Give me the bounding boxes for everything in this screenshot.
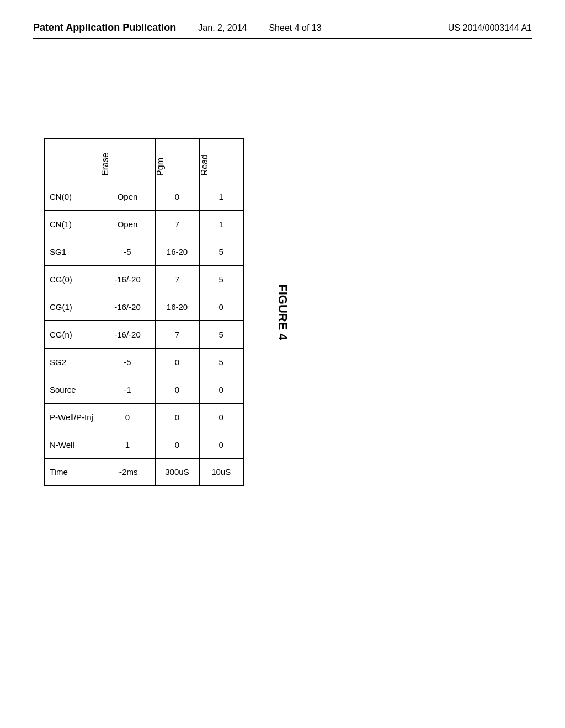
table-row: N-Well100: [45, 431, 243, 458]
cell-label: CN(0): [45, 183, 100, 210]
cell-read: 5: [199, 348, 243, 376]
cell-read: 10uS: [199, 458, 243, 486]
cell-erase: -1: [100, 376, 155, 403]
cell-label: Source: [45, 376, 100, 403]
figure-label: FIGURE 4: [275, 284, 289, 340]
cell-read: 0: [199, 431, 243, 458]
cell-erase: Open: [100, 183, 155, 210]
patent-number: US 2014/0003144 A1: [448, 23, 532, 33]
col-header-label: [45, 138, 100, 183]
cell-pgm: 0: [155, 431, 199, 458]
cell-label: CG(0): [45, 265, 100, 293]
cell-label: Time: [45, 458, 100, 486]
cell-erase: 0: [100, 403, 155, 431]
cell-pgm: 0: [155, 183, 199, 210]
cell-pgm: 0: [155, 348, 199, 376]
cell-erase: -5: [100, 348, 155, 376]
main-content: Erase Pgm Read CN(0)Open01CN(1)Open71SG1…: [0, 39, 565, 486]
cell-erase: -5: [100, 238, 155, 265]
cell-read: 5: [199, 320, 243, 348]
col-header-read: Read: [199, 138, 243, 183]
table-row: CG(n)-16/-2075: [45, 320, 243, 348]
cell-erase: -16/-20: [100, 293, 155, 320]
cell-pgm: 300uS: [155, 458, 199, 486]
cell-erase: -16/-20: [100, 265, 155, 293]
table-row: CG(1)-16/-2016-200: [45, 293, 243, 320]
table-row: Time~2ms300uS10uS: [45, 458, 243, 486]
cell-pgm: 7: [155, 265, 199, 293]
cell-label: CG(n): [45, 320, 100, 348]
cell-label: P-Well/P-Inj: [45, 403, 100, 431]
cell-read: 0: [199, 293, 243, 320]
table-container: Erase Pgm Read CN(0)Open01CN(1)Open71SG1…: [44, 138, 244, 486]
cell-erase: -16/-20: [100, 320, 155, 348]
page-header: Patent Application Publication Jan. 2, 2…: [0, 0, 565, 34]
cell-label: SG2: [45, 348, 100, 376]
cell-label: N-Well: [45, 431, 100, 458]
table-body: CN(0)Open01CN(1)Open71SG1-516-205CG(0)-1…: [45, 183, 243, 486]
cell-read: 0: [199, 403, 243, 431]
table-header-row: Erase Pgm Read: [45, 138, 243, 183]
cell-read: 1: [199, 183, 243, 210]
sheet-info: Sheet 4 of 13: [269, 23, 321, 33]
cell-erase: 1: [100, 431, 155, 458]
col-header-erase: Erase: [100, 138, 155, 183]
table-row: Source-100: [45, 376, 243, 403]
data-table: Erase Pgm Read CN(0)Open01CN(1)Open71SG1…: [44, 138, 244, 486]
cell-erase: Open: [100, 210, 155, 238]
cell-pgm: 16-20: [155, 238, 199, 265]
cell-read: 1: [199, 210, 243, 238]
publication-date: Jan. 2, 2014: [198, 23, 247, 33]
cell-pgm: 0: [155, 403, 199, 431]
cell-erase: ~2ms: [100, 458, 155, 486]
publication-title: Patent Application Publication: [33, 22, 176, 34]
cell-pgm: 7: [155, 320, 199, 348]
cell-pgm: 0: [155, 376, 199, 403]
table-row: CG(0)-16/-2075: [45, 265, 243, 293]
cell-label: CN(1): [45, 210, 100, 238]
cell-read: 0: [199, 376, 243, 403]
table-row: SG1-516-205: [45, 238, 243, 265]
table-row: P-Well/P-Inj000: [45, 403, 243, 431]
cell-read: 5: [199, 238, 243, 265]
table-row: SG2-505: [45, 348, 243, 376]
cell-read: 5: [199, 265, 243, 293]
cell-pgm: 16-20: [155, 293, 199, 320]
cell-label: SG1: [45, 238, 100, 265]
col-header-pgm: Pgm: [155, 138, 199, 183]
table-row: CN(1)Open71: [45, 210, 243, 238]
cell-label: CG(1): [45, 293, 100, 320]
table-row: CN(0)Open01: [45, 183, 243, 210]
cell-pgm: 7: [155, 210, 199, 238]
